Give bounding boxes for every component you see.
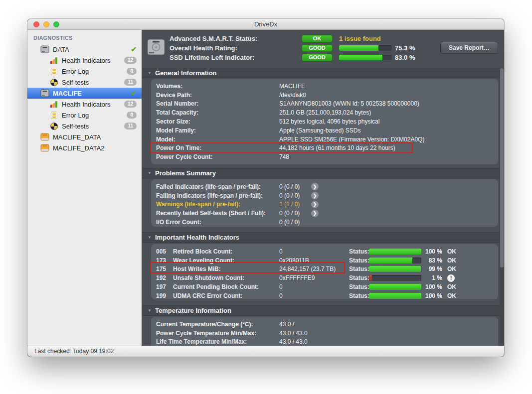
sidebar-item-maclife-data2[interactable]: MACLIFE_DATA2 — [27, 142, 142, 153]
status-badge-ok: OK — [302, 35, 333, 42]
disclosure-triangle-icon[interactable]: ▼ — [148, 68, 152, 78]
drive-orange-icon — [40, 144, 49, 152]
warning-icon: ! — [447, 274, 455, 282]
health-row: 173Wear Leveling Count:0x208011B Status:… — [151, 256, 498, 265]
bar-chart-icon — [49, 100, 58, 109]
issue-found-text: 1 issue found — [339, 34, 381, 43]
sidebar: DIAGNOSTICS DATA ✔ Health Indicators 12 — [27, 30, 142, 346]
checkmark-icon: ✔ — [131, 45, 137, 53]
minimize-button[interactable] — [43, 21, 49, 27]
status-badge-good: GOOD — [302, 54, 333, 61]
sidebar-header: DIAGNOSTICS — [27, 34, 142, 44]
info-row: Total Capacity:251.0 GB (251,000,193,024… — [151, 108, 498, 117]
info-row: Device Path:/dev/disk0 — [151, 91, 498, 100]
section-header-health[interactable]: ▼ Important Health Indicators — [142, 232, 504, 243]
section-header-temperature[interactable]: ▼ Temperature Information — [142, 305, 504, 316]
section-title: General Information — [155, 68, 217, 78]
status-badge-good: GOOD — [302, 44, 333, 52]
health-indicators-box: 005Retired Block Count:0 Status:100 %OK … — [151, 244, 498, 299]
status-bar — [369, 284, 421, 290]
health-rating-label: Overall Health Rating: — [170, 44, 237, 52]
sidebar-item-label: MACLIFE — [53, 90, 142, 97]
sidebar-item-error-log-2[interactable]: Error Log 0 — [27, 110, 142, 121]
ssd-lifetime-percent: 83.0 % — [395, 53, 415, 62]
count-badge: 12 — [124, 57, 137, 64]
sidebar-item-label: DATA — [53, 46, 142, 53]
temperature-row: Current Temperature/Change (°C):43.0 / — [151, 320, 498, 329]
health-row: 197Current Pending Block Count:0 Status:… — [151, 282, 498, 291]
smart-status-header: Advanced S.M.A.R.T. Status: OK 1 issue f… — [142, 30, 504, 67]
ssd-lifetime-bar — [339, 55, 391, 60]
content-pane: Advanced S.M.A.R.T. Status: OK 1 issue f… — [142, 30, 504, 346]
drivedx-window: DriveDx DIAGNOSTICS DATA ✔ Health Indica… — [27, 19, 504, 357]
health-rating-bar — [339, 45, 391, 51]
window-title: DriveDx — [27, 19, 504, 29]
sidebar-item-error-log[interactable]: Error Log 0 — [27, 66, 142, 77]
section-header-general[interactable]: ▼ General Information — [142, 68, 504, 78]
disclosure-triangle-icon[interactable]: ▼ — [148, 168, 152, 178]
disclosure-triangle-icon[interactable]: ▼ — [148, 233, 152, 243]
section-title: Problems Summary — [155, 168, 216, 178]
bar-chart-icon — [49, 56, 58, 65]
sidebar-item-maclife[interactable]: MACLIFE ✔ — [27, 88, 142, 99]
info-row: Serial Number:S1AANYND801003 (WWN Id: 5 … — [151, 100, 498, 109]
status-bar — [369, 275, 421, 281]
scrollbar-thumb[interactable] — [500, 68, 504, 267]
sidebar-item-label: MACLIFE_DATA — [53, 133, 142, 141]
problem-row: I/O Error Count:0 (0 / 0) — [151, 218, 498, 227]
count-badge: 11 — [124, 123, 137, 130]
disclosure-triangle-icon[interactable]: ▼ — [148, 306, 152, 316]
sidebar-item-self-tests-2[interactable]: Self-tests 11 — [27, 121, 142, 131]
document-icon — [49, 111, 58, 120]
temperature-row: Life Time Temperature Min/Max:43.0 / 43.… — [151, 338, 498, 346]
info-row: Sector Size:512 bytes logical, 4096 byte… — [151, 117, 498, 126]
health-row: 199UDMA CRC Error Count:0 Status:100 %OK — [151, 291, 498, 300]
sidebar-item-health-indicators-2[interactable]: Health Indicators 12 — [27, 99, 142, 110]
problem-row: Failing Indicators (life-span / pre-fail… — [151, 191, 498, 200]
traffic-lights — [33, 21, 59, 27]
title-bar: DriveDx — [27, 19, 504, 30]
health-row: 005Retired Block Count:0 Status:100 %OK — [151, 247, 498, 256]
detail-arrow-button[interactable]: ❯ — [311, 192, 319, 199]
temperature-box: Current Temperature/Change (°C):43.0 / P… — [151, 317, 498, 346]
problem-row: Recently failed Self-tests (Short / Full… — [151, 209, 498, 218]
info-row: Model:APPLE SSD SM256E (Firmware Version… — [151, 135, 498, 144]
drive-icon — [40, 45, 49, 54]
health-rating-percent: 75.3 % — [395, 44, 415, 52]
self-test-icon — [49, 122, 58, 131]
save-report-button[interactable]: Save Report… — [440, 42, 498, 54]
info-row-power-on-time: Power On Time:44,182 hours (61 months 10… — [151, 144, 498, 153]
sidebar-item-maclife-data[interactable]: MACLIFE_DATA — [27, 131, 142, 142]
problem-row: Failed Indicators (life-span / pre-fail)… — [151, 182, 498, 191]
drive-orange-icon — [40, 133, 49, 141]
status-bar — [369, 249, 421, 255]
detail-arrow-button[interactable]: ❯ — [311, 183, 319, 190]
sidebar-item-self-tests[interactable]: Self-tests 11 — [27, 77, 142, 88]
count-badge: 12 — [124, 101, 137, 108]
health-row-host-writes: 175Host Writes MiB:24,842,157 (23.7 TB) … — [151, 265, 498, 274]
count-badge: 11 — [124, 79, 137, 86]
detail-arrow-button[interactable]: ❯ — [311, 201, 319, 208]
general-info-box: Volumes:MACLIFE Device Path:/dev/disk0 S… — [151, 79, 498, 164]
zoom-button[interactable] — [53, 21, 59, 27]
problem-row-warnings: Warnings (life-span / pre-fail):1 (1 / 0… — [151, 200, 498, 209]
sidebar-item-label: MACLIFE_DATA2 — [53, 144, 142, 152]
sidebar-item-data[interactable]: DATA ✔ — [27, 44, 142, 55]
ssd-lifetime-row: SSD Lifetime Left Indicator: GOOD 83.0 % — [170, 53, 504, 62]
sidebar-item-health-indicators[interactable]: Health Indicators 12 — [27, 55, 142, 66]
section-header-problems[interactable]: ▼ Problems Summary — [142, 168, 504, 178]
last-checked-text: Last checked: Today 09:19:02 — [34, 348, 114, 355]
status-bar — [369, 293, 421, 299]
section-title: Important Health Indicators — [155, 233, 239, 242]
smart-status-label: Advanced S.M.A.R.T. Status: — [170, 34, 257, 43]
scrollbar-track[interactable] — [500, 67, 504, 346]
count-badge: 0 — [127, 112, 137, 119]
temperature-row: Power Cycle Temperature Min/Max:43.0 / 4… — [151, 329, 498, 338]
status-bar-bottom: Last checked: Today 09:19:02 — [27, 346, 504, 357]
ssd-lifetime-label: SSD Lifetime Left Indicator: — [170, 53, 254, 62]
info-row: Power Cycle Count:748 — [151, 152, 498, 161]
checkmark-icon: ✔ — [131, 89, 137, 97]
close-button[interactable] — [33, 21, 39, 27]
detail-arrow-button[interactable]: ❯ — [311, 210, 319, 217]
problems-summary-box: Failed Indicators (life-span / pre-fail)… — [151, 179, 498, 227]
